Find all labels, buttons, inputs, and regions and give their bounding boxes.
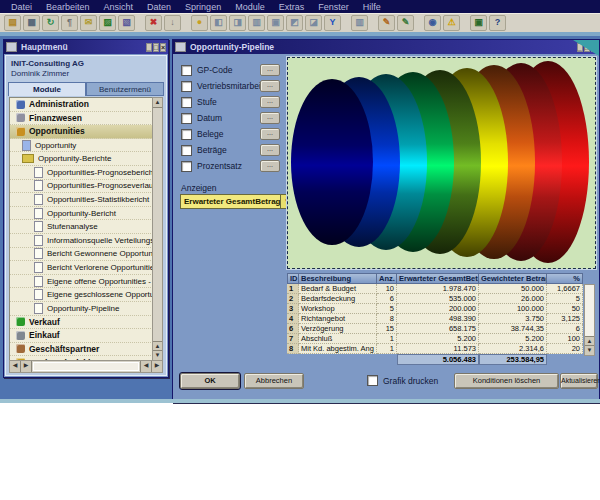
- toolbar-word-export-icon[interactable]: ▧: [118, 15, 135, 31]
- table-row[interactable]: 1Bedarf & Budget101.978.47050.0001,6667: [287, 284, 595, 294]
- tree-horizontal-scrollbar[interactable]: ◀ ▶ ◀ ▶: [9, 360, 163, 373]
- menu-item-module[interactable]: Module: [228, 2, 272, 12]
- column-header-4[interactable]: Gewichteter Betrag: [479, 273, 547, 284]
- toolbar-window-list-4-icon[interactable]: ▣: [267, 15, 284, 31]
- belege-browse-button[interactable]: ...: [260, 128, 280, 140]
- sidebar-item-opportunity-berichte[interactable]: Opportunity-Berichte: [10, 152, 153, 166]
- sidebar-item-administration[interactable]: Administration: [10, 98, 153, 112]
- toolbar-window-list-5-icon[interactable]: ◩: [286, 15, 303, 31]
- toolbar-help-icon[interactable]: ?: [489, 15, 506, 31]
- toolbar-pin-icon[interactable]: ¶: [61, 15, 78, 31]
- delete-conditions-button[interactable]: Konditionen löschen: [454, 373, 559, 389]
- column-header-1[interactable]: Beschreibung: [299, 273, 377, 284]
- refresh-button[interactable]: Aktualisieren: [560, 373, 598, 389]
- sidebar-item-stufenanalyse[interactable]: Stufenanalyse: [10, 220, 153, 234]
- column-header-5[interactable]: %: [547, 273, 583, 284]
- beträge-checkbox[interactable]: [181, 145, 192, 156]
- toolbar-warning-icon[interactable]: ⚠: [443, 15, 460, 31]
- datum-checkbox[interactable]: [181, 113, 192, 124]
- tree-vertical-scrollbar[interactable]: ▲ ▲ ▼: [152, 97, 163, 361]
- table-row[interactable]: 3Workshop5200.000100.00050: [287, 304, 595, 314]
- sidebar-item-eigene-geschlossene-opportunit[interactable]: Eigene geschlossene Opportunit: [10, 288, 153, 302]
- menu-item-springen[interactable]: Springen: [178, 2, 228, 12]
- hauptmenu-close-icon[interactable]: ×: [160, 43, 166, 52]
- toolbar-print-icon[interactable]: ▦: [23, 15, 40, 31]
- scroll-left-icon[interactable]: ◀: [10, 361, 21, 372]
- sidebar-item-opportunity[interactable]: Opportunity: [10, 139, 153, 153]
- column-header-2[interactable]: Anz.: [377, 273, 397, 284]
- prozentsatz-browse-button[interactable]: ...: [260, 160, 280, 172]
- sidebar-item-opportunities-prognoseverlaufs[interactable]: Opportunities-Prognoseverlaufs: [10, 180, 153, 194]
- sidebar-item-geschäftspartner[interactable]: Geschäftspartner: [10, 343, 153, 357]
- menu-item-fenster[interactable]: Fenster: [311, 2, 356, 12]
- datum-browse-button[interactable]: ...: [260, 112, 280, 124]
- toolbar-exit-icon[interactable]: ✖: [145, 15, 162, 31]
- sidebar-item-opportunities[interactable]: Opportunities: [10, 125, 153, 139]
- table-row[interactable]: 8Mit Kd. abgestim. Ang111.5732.314,620: [287, 344, 595, 354]
- sidebar-item-opportunities-statistikbericht[interactable]: Opportunities-Statistikbericht: [10, 193, 153, 207]
- hauptmenu-restore-icon[interactable]: □: [153, 43, 159, 52]
- table-row[interactable]: 7Abschluß15.2005.200100: [287, 334, 595, 344]
- sidebar-item-bericht-verlorene-opportunities[interactable]: Bericht Verlorene Opportunities: [10, 261, 153, 275]
- sidebar-item-informationsquelle-verteilungsv[interactable]: Informationsquelle Verteilungsv: [10, 234, 153, 248]
- toolbar-window-list-6-icon[interactable]: ◪: [305, 15, 322, 31]
- hauptmenu-minimize-icon[interactable]: _: [146, 43, 152, 52]
- print-graphic-checkbox[interactable]: [367, 375, 378, 386]
- cancel-button[interactable]: Abbrechen: [244, 373, 304, 389]
- sidebar-item-opportunities-prognosebericht[interactable]: Opportunities-Prognosebericht: [10, 166, 153, 180]
- scroll-up-icon[interactable]: ▲: [153, 98, 162, 108]
- table-row[interactable]: 6Verzögerung15658.17538.744,356: [287, 324, 595, 334]
- vertriebsmitarbeiter-browse-button[interactable]: ...: [260, 80, 280, 92]
- hauptmenu-titlebar[interactable]: Hauptmenü _□×: [4, 40, 168, 54]
- menu-item-datei[interactable]: Datei: [4, 2, 39, 12]
- tab-module[interactable]: Module: [8, 82, 86, 96]
- anzeigen-dropdown[interactable]: Erwarteter GesamtBetrag ▼: [180, 194, 294, 209]
- scroll-right-icon[interactable]: ▶: [21, 361, 32, 372]
- toolbar-lock-icon[interactable]: ●: [191, 15, 208, 31]
- table-row[interactable]: 4Richtangebot8498.3903.7503,125: [287, 314, 595, 324]
- toolbar-excel-export-icon[interactable]: ▨: [99, 15, 116, 31]
- pipeline-titlebar[interactable]: Opportunity-Pipeline _□×: [173, 40, 599, 54]
- menu-item-daten[interactable]: Daten: [140, 2, 178, 12]
- sidebar-item-finanzwesen[interactable]: Finanzwesen: [10, 112, 153, 126]
- toolbar-mail-icon[interactable]: ✉: [80, 15, 97, 31]
- menu-item-ansicht[interactable]: Ansicht: [97, 2, 141, 12]
- toolbar-refresh-icon[interactable]: ↻: [42, 15, 59, 31]
- sidebar-item-opportunity-bericht[interactable]: Opportunity-Bericht: [10, 207, 153, 221]
- gp-code-checkbox[interactable]: [181, 65, 192, 76]
- tab-benutzermenu[interactable]: Benutzermenü: [86, 82, 164, 96]
- prozentsatz-checkbox[interactable]: [181, 161, 192, 172]
- sidebar-item-eigene-offene-opportunities-b[interactable]: Eigene offene Opportunities - B: [10, 275, 153, 289]
- toolbar-window-list-7-icon[interactable]: ▥: [351, 15, 368, 31]
- scroll-left-icon[interactable]: ◀: [140, 361, 151, 372]
- sidebar-item-verkauf[interactable]: Verkauf: [10, 316, 153, 330]
- column-header-0[interactable]: ID: [287, 273, 299, 284]
- column-header-3[interactable]: Erwarteter GesamtBetrag: [397, 273, 479, 284]
- toolbar-monitor-icon[interactable]: ▣: [470, 15, 487, 31]
- vertriebsmitarbeiter-checkbox[interactable]: [181, 81, 192, 92]
- scroll-right-icon[interactable]: ▶: [151, 361, 162, 372]
- sidebar-item-einkauf[interactable]: Einkauf: [10, 329, 153, 343]
- table-row[interactable]: 2Bedarfsdeckung6535.00026.0005: [287, 294, 595, 304]
- menu-item-hilfe[interactable]: Hilfe: [356, 2, 388, 12]
- toolbar-open-document-icon[interactable]: ▤: [4, 15, 21, 31]
- scroll-down-icon[interactable]: ▼: [585, 345, 594, 355]
- toolbar-window-list-3-icon[interactable]: ▥: [248, 15, 265, 31]
- toolbar-edit-data-icon[interactable]: ✎: [397, 15, 414, 31]
- toolbar-search-icon[interactable]: ◉: [424, 15, 441, 31]
- toolbar-filter-icon[interactable]: Y: [324, 15, 341, 31]
- gp-code-browse-button[interactable]: ...: [260, 64, 280, 76]
- scroll-down-icon[interactable]: ▼: [153, 350, 162, 360]
- stufe-checkbox[interactable]: [181, 97, 192, 108]
- scrollbar-thumb[interactable]: [33, 362, 139, 371]
- belege-checkbox[interactable]: [181, 129, 192, 140]
- sidebar-item-opportunity-pipeline[interactable]: Opportunity-Pipeline: [10, 302, 153, 316]
- sidebar-item-bericht-gewonnene-opportunitie[interactable]: Bericht Gewonnene Opportunitie: [10, 248, 153, 262]
- toolbar-arrow-down-icon[interactable]: ↓: [164, 15, 181, 31]
- menu-item-extras[interactable]: Extras: [272, 2, 312, 12]
- menu-item-bearbeiten[interactable]: Bearbeiten: [39, 2, 97, 12]
- toolbar-window-list-2-icon[interactable]: ◨: [229, 15, 246, 31]
- beträge-browse-button[interactable]: ...: [260, 144, 280, 156]
- stufe-browse-button[interactable]: ...: [260, 96, 280, 108]
- ok-button[interactable]: OK: [180, 373, 240, 389]
